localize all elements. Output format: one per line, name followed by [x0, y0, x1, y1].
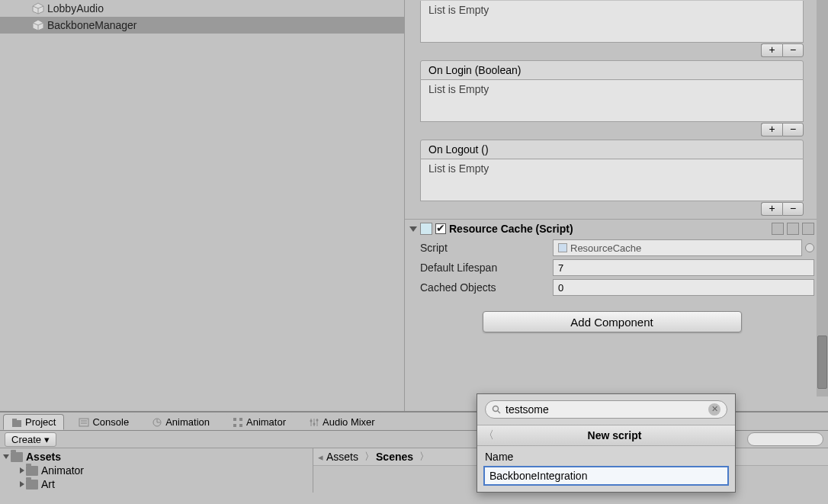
hierarchy-panel: LobbyAudio BackboneManager: [0, 0, 404, 411]
folder-icon: [11, 452, 23, 462]
svg-point-25: [316, 419, 319, 421]
breadcrumb-separator: 〉: [419, 450, 429, 464]
create-button[interactable]: Create ▾: [5, 432, 56, 447]
svg-point-26: [493, 406, 499, 412]
add-component-popup: ✕ 〈 New script Name: [477, 393, 736, 493]
component-title: Resource Cache (Script): [449, 223, 573, 235]
scrollbar-thumb[interactable]: [817, 335, 827, 389]
svg-rect-9: [12, 419, 17, 421]
tab-console[interactable]: Console: [70, 414, 137, 430]
number-value: 0: [558, 282, 563, 294]
clear-search-icon[interactable]: ✕: [708, 403, 720, 416]
hierarchy-item-selected[interactable]: BackboneManager: [0, 17, 404, 34]
event-add-button[interactable]: +: [761, 123, 782, 136]
tab-audiomixer[interactable]: Audio Mixer: [300, 414, 384, 430]
svg-rect-16: [233, 418, 236, 421]
popup-title: New script: [500, 429, 729, 441]
inspector-panel: List is Empty + − On Login (Boolean) Lis…: [404, 0, 828, 411]
animation-icon: [152, 417, 162, 428]
breadcrumb-item[interactable]: Assets: [326, 451, 358, 463]
unity-event-block: On Login (Boolean) List is Empty + −: [420, 60, 804, 136]
property-label: Cached Objects: [420, 281, 553, 294]
project-search[interactable]: [747, 432, 823, 446]
property-row-script: Script ResourceCache: [405, 238, 819, 258]
hierarchy-item-label: BackboneManager: [47, 19, 137, 31]
script-name-input[interactable]: [483, 466, 729, 486]
project-icon: [11, 417, 22, 428]
event-add-button[interactable]: +: [761, 43, 782, 57]
tab-label: Project: [25, 416, 56, 428]
event-body: List is Empty: [420, 1, 804, 43]
scrollbar-vertical[interactable]: [817, 0, 828, 396]
component-header[interactable]: Resource Cache (Script): [405, 219, 819, 238]
unity-event-block: List is Empty + −: [420, 1, 804, 57]
animator-icon: [233, 417, 243, 428]
property-row-cached: Cached Objects 0: [405, 278, 819, 297]
script-asset-icon: [558, 243, 567, 252]
number-value: 7: [558, 262, 563, 274]
svg-point-24: [313, 422, 316, 425]
preset-icon[interactable]: [787, 223, 799, 235]
number-field[interactable]: 0: [553, 279, 814, 296]
expand-icon[interactable]: [20, 481, 24, 487]
svg-rect-19: [239, 424, 242, 427]
create-label: Create: [11, 434, 41, 445]
tree-row[interactable]: Animator: [0, 464, 313, 477]
property-label: Default Lifespan: [420, 262, 553, 274]
tree-row[interactable]: Art: [0, 477, 313, 491]
hierarchy-item-label: LobbyAudio: [47, 2, 104, 14]
tab-label: Animation: [165, 416, 210, 428]
svg-line-27: [498, 411, 500, 413]
audiomixer-icon: [309, 417, 319, 428]
property-label: Script: [420, 242, 553, 254]
object-field[interactable]: ResourceCache: [553, 239, 802, 256]
folder-icon: [26, 466, 38, 476]
event-remove-button[interactable]: −: [782, 43, 804, 57]
breadcrumb-item[interactable]: Scenes: [376, 451, 413, 463]
gameobject-icon: [32, 19, 44, 31]
svg-rect-8: [12, 420, 21, 427]
add-component-button[interactable]: Add Component: [483, 311, 742, 332]
event-add-button[interactable]: +: [761, 202, 782, 216]
popup-search[interactable]: ✕: [485, 400, 727, 419]
svg-rect-18: [233, 424, 236, 427]
expand-icon[interactable]: [3, 454, 9, 459]
popup-search-input[interactable]: [505, 403, 708, 416]
expand-icon[interactable]: [20, 467, 24, 474]
help-icon[interactable]: [772, 223, 784, 235]
object-picker-icon[interactable]: [805, 243, 814, 252]
tab-label: Audio Mixer: [323, 416, 375, 428]
breadcrumb-separator: 〉: [364, 450, 374, 464]
tab-label: Animator: [246, 416, 286, 428]
component-enabled-checkbox[interactable]: [435, 223, 446, 234]
gameobject-icon: [32, 2, 44, 14]
tab-animation[interactable]: Animation: [143, 414, 218, 430]
folder-icon: [26, 480, 38, 490]
folder-label: Animator: [41, 464, 84, 477]
event-body: List is Empty: [420, 159, 804, 201]
svg-rect-10: [79, 419, 88, 426]
popup-back-icon[interactable]: 〈: [483, 429, 494, 442]
event-remove-button[interactable]: −: [782, 202, 804, 216]
event-header: On Login (Boolean): [420, 60, 804, 80]
folder-label: Assets: [26, 451, 61, 463]
folder-label: Art: [41, 478, 55, 490]
script-icon: [420, 223, 432, 235]
folder-tree: Assets Animator Art: [0, 448, 313, 493]
tree-row-assets[interactable]: Assets: [0, 450, 313, 464]
gear-icon[interactable]: [802, 223, 814, 235]
event-remove-button[interactable]: −: [782, 123, 804, 136]
tab-animator[interactable]: Animator: [224, 414, 294, 430]
popup-name-label: Name: [477, 446, 735, 466]
search-icon: [492, 405, 501, 414]
number-field[interactable]: 7: [553, 259, 814, 276]
back-icon[interactable]: ◂: [318, 451, 323, 463]
object-field-value: ResourceCache: [570, 242, 641, 254]
unity-event-block: On Logout () List is Empty + −: [420, 140, 804, 216]
tab-label: Console: [92, 416, 129, 428]
fold-icon[interactable]: [409, 226, 417, 232]
popup-header: 〈 New script: [477, 425, 735, 446]
hierarchy-item[interactable]: LobbyAudio: [0, 0, 404, 17]
tab-project[interactable]: Project: [3, 414, 64, 430]
property-row-lifespan: Default Lifespan 7: [405, 258, 819, 278]
